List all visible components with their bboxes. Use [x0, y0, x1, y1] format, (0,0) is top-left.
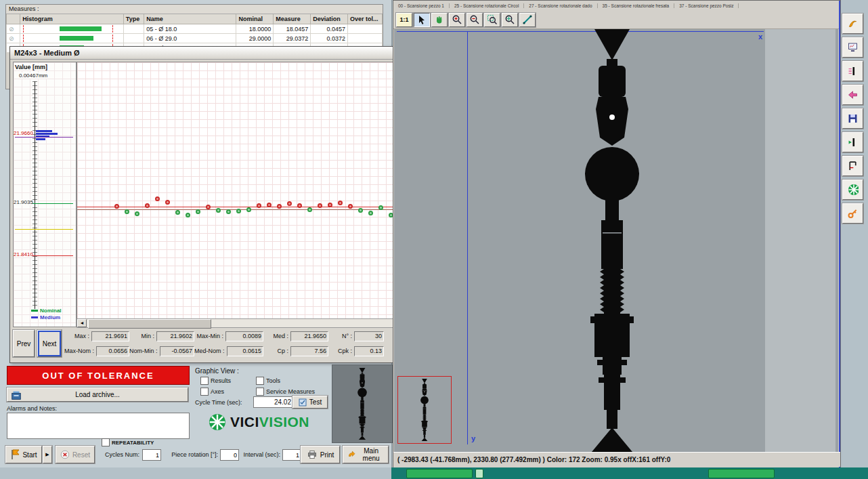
graphic-view-title: Graphic View :	[195, 367, 239, 375]
axes-checkbox[interactable]	[200, 388, 209, 396]
repeatability-label: REPEATABILITY	[112, 440, 154, 446]
pan-tool-button[interactable]	[431, 13, 448, 27]
test-label: Test	[309, 398, 322, 406]
tolerance-mark	[112, 25, 113, 33]
main-menu-button[interactable]: Main menu	[343, 446, 389, 463]
scrollbar-thumb[interactable]	[88, 319, 211, 329]
alarms-notes-input[interactable]	[7, 413, 190, 439]
axis-line	[35, 81, 35, 309]
taskbar	[391, 467, 868, 479]
zoom-dynamic-button[interactable]	[502, 13, 518, 27]
scan-tabs: 00 - Scansione pezzo 1 25 - Scansione ro…	[393, 1, 840, 12]
cycles-num-input[interactable]	[142, 449, 161, 461]
col-deviation: Deviation	[311, 14, 348, 24]
settings-key-button[interactable]	[842, 203, 863, 224]
tab-scansione-pezzo-posiz[interactable]: 37 - Scansione pezzo Posiz	[674, 3, 739, 8]
taskbar-item[interactable]	[406, 469, 473, 478]
reset-x-icon	[60, 449, 70, 460]
distribution-bar	[36, 138, 45, 140]
tab-scansione-rotazionale-circol[interactable]: 25 - Scansione rotazionale Circol	[450, 3, 524, 8]
measure-line-button[interactable]	[519, 13, 536, 27]
data-point	[135, 211, 139, 216]
col-overtol: Over tol...	[348, 14, 383, 24]
nominal-legend-swatch	[31, 310, 38, 312]
stat-value-nommin: -0.0567	[160, 346, 194, 356]
part-preview-thumbnail[interactable]	[332, 365, 393, 443]
start-button[interactable]: Start	[5, 446, 42, 463]
col-measure: Measure	[274, 14, 311, 24]
taskbar-item[interactable]	[708, 469, 775, 478]
report-view-button[interactable]	[842, 37, 863, 58]
vicivision-logo: VICIVISION	[207, 412, 309, 432]
scan-viewer-window: 00 - Scansione pezzo 1 25 - Scansione ro…	[393, 0, 841, 469]
tick-label: 21.9660	[14, 130, 32, 136]
pointer-tool-button[interactable]	[414, 13, 430, 27]
measure-part-button[interactable]	[842, 132, 863, 152]
load-archive-button[interactable]: Load archive...	[7, 388, 188, 402]
zoom-window-icon	[487, 14, 498, 25]
stat-label: Min :	[129, 333, 154, 339]
table-row[interactable]: ⊘ 06 - Ø 29.0 29.0000 29.0372 0.0372	[7, 34, 383, 43]
load-part-button[interactable]	[842, 85, 863, 105]
tab-scansione-rotazionale-fresata[interactable]: 35 - Scansione rotazionale fresata	[598, 3, 675, 8]
part-profile-button[interactable]	[842, 61, 863, 81]
diameter-icon: ⊘	[7, 24, 20, 34]
service-measures-label: Service Measures	[266, 388, 315, 395]
save-disk-icon	[847, 112, 859, 125]
tab-scansione-pezzo-1[interactable]: 00 - Scansione pezzo 1	[393, 3, 450, 8]
piece-rotation-input[interactable]	[220, 449, 239, 461]
prev-button[interactable]: Prev	[13, 330, 35, 357]
zoom-1-1-button[interactable]: 1:1	[396, 13, 412, 27]
stat-label: Max-Min :	[194, 333, 223, 339]
zoom-in-button[interactable]	[449, 13, 465, 27]
application-window: Measures : Histogram Type Name Nominal M…	[0, 0, 868, 479]
zoom-out-button[interactable]	[466, 13, 483, 27]
reset-label: Reset	[72, 451, 90, 459]
data-point	[267, 203, 272, 207]
stat-label: Med-Nom :	[194, 348, 225, 354]
stat-label: Max :	[64, 333, 89, 339]
taskbar-item[interactable]	[475, 469, 483, 478]
next-button[interactable]: Next	[37, 330, 62, 357]
report-icon	[847, 41, 859, 54]
repeatability-checkbox[interactable]	[102, 438, 110, 446]
measures-header-row: Histogram Type Name Nominal Measure Devi…	[7, 14, 383, 24]
test-button[interactable]: Test	[292, 396, 328, 409]
zoom-out-icon	[469, 14, 480, 25]
quick-action-button[interactable]	[842, 14, 863, 34]
scan-canvas[interactable]: x y	[394, 29, 838, 452]
results-checkbox[interactable]	[200, 377, 209, 385]
data-point	[145, 203, 150, 208]
vici-logo-icon	[847, 183, 859, 196]
data-point	[348, 204, 353, 209]
viewer-statusbar: ( -2983.43 (-41.768mm), 2330.80 (277.492…	[393, 452, 840, 467]
start-options-icon[interactable]: ▶	[43, 446, 52, 463]
part-green-arrow-icon	[847, 136, 859, 149]
part-silhouette-small	[355, 368, 370, 440]
service-measures-checkbox[interactable]	[256, 388, 264, 396]
tools-checkbox[interactable]	[256, 377, 264, 385]
measure-name: 05 - Ø 18.0	[144, 24, 236, 34]
pink-arrow-icon	[847, 88, 859, 102]
value-axis-panel: Value [mm] 0.00467mm 21.9660 21.9035 21.…	[13, 62, 77, 327]
axis-title: Value [mm]	[15, 64, 47, 70]
scroll-left-icon[interactable]: ◄	[77, 319, 87, 327]
interval-input[interactable]	[282, 449, 301, 461]
caliper-button[interactable]	[842, 156, 863, 176]
zoom-window-button[interactable]	[484, 13, 500, 27]
data-point	[307, 207, 312, 212]
save-button[interactable]	[842, 108, 863, 129]
tab-scansione-rotazionale-dado[interactable]: 27 - Scansione rotazionale dado	[524, 3, 597, 8]
print-button[interactable]: Print	[301, 446, 340, 463]
col-name: Name	[144, 14, 236, 24]
table-row[interactable]: ⊘ 05 - Ø 18.0 18.0000 18.0457 0.0457	[7, 24, 383, 34]
part-minimap[interactable]	[397, 376, 452, 444]
stat-value-min: 21.9602	[156, 331, 194, 341]
col-nominal: Nominal	[236, 14, 274, 24]
reset-button[interactable]: Reset	[56, 446, 95, 463]
stat-value-maxnom: 0.0656	[96, 346, 129, 356]
part-profile-icon	[847, 64, 859, 78]
diameter-icon: ⊘	[7, 34, 20, 43]
part-silhouette	[571, 29, 653, 452]
vici-tool-button[interactable]	[842, 180, 863, 200]
